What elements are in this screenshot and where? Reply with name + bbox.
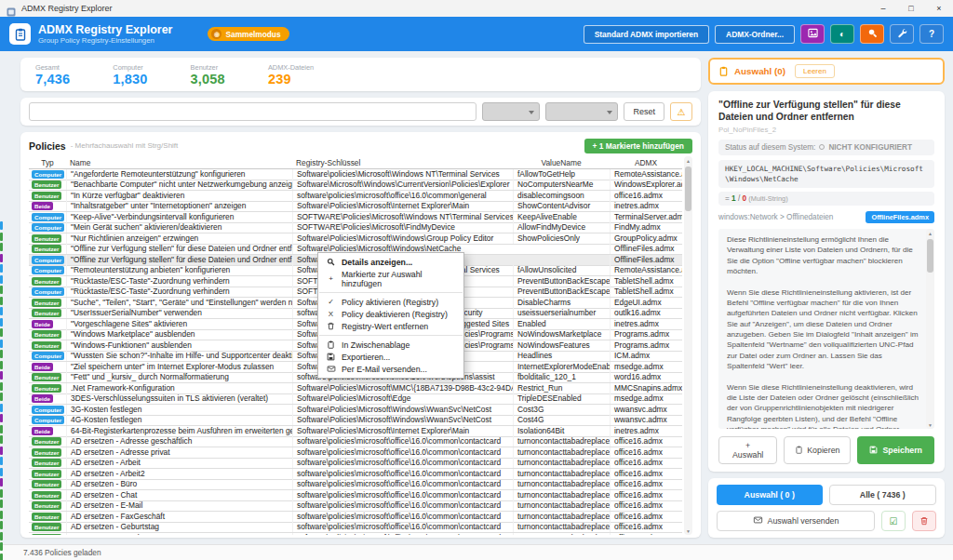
row-status-indicator [0,425,3,433]
window-title: ADMX Registry Explorer [21,4,113,13]
save-button[interactable]: Speichern [857,436,934,464]
search-input[interactable] [29,102,476,121]
reset-button[interactable]: Reset [624,102,664,121]
table-row[interactable]: BenutzerAD ersetzen - Adresse privatsoft… [29,447,682,459]
import-standard-admx-button[interactable]: Standard ADMX importieren [584,25,709,44]
cell-value: turnoncontacttabadreplace [513,447,610,458]
table-row[interactable]: BenutzerAD ersetzen - Chatsoftware\polic… [29,490,682,501]
filter-select-1[interactable] [482,102,540,121]
policy-title: "Offline zur Verfügung stellen" für dies… [718,100,934,124]
maximize-button[interactable]: □ [897,0,925,17]
column-header-valuename[interactable]: ValueName [513,158,610,167]
delete-selection-button[interactable] [912,511,936,531]
cell-name: 3DES-Verschlüsselungssuiten in TLS aktiv… [66,393,292,404]
cell-name: "Mein Gerät suchen" aktivieren/deaktivie… [66,222,292,233]
search-tool-button[interactable] [860,24,884,44]
description-scrollbar[interactable]: ▲ ▼ [926,229,934,429]
screenshot-button[interactable] [800,24,825,44]
cell-name: "Fett" und _kursiv_ durch Normalformatie… [66,372,292,382]
table-row[interactable]: Computer"Angeforderte Remoteunterstützun… [29,169,682,180]
scrollbar-track[interactable] [926,237,934,420]
table-row[interactable]: BenutzerAD ersetzen - Adresse geschäftli… [29,437,682,448]
table-scrollbar[interactable]: ▲ ▼ [684,156,692,535]
tools-button[interactable] [890,24,914,44]
menu-item[interactable]: +Markierte zur Auswahl hinzufügen [318,268,463,289]
table-row[interactable]: Benutzer.Net Framework-KonfigurationSoft… [29,383,682,394]
clear-selection-button[interactable]: Leeren [795,64,835,78]
tab-all[interactable]: Alle ( 7436 ) [829,485,937,505]
table-row[interactable]: BenutzerAD ersetzen - Arbeitsoftware\pol… [29,459,682,470]
admx-folder-button[interactable]: ADMX-Ordner... [715,25,795,44]
enabled-value: 1 [732,194,736,203]
app-logo-clipboard-icon [9,23,31,45]
add-marked-button[interactable]: + 1 Markierte hinzufügen [584,139,692,153]
cell-value: NoComputersNearMe [513,180,610,190]
policy-id: Pol_NoPinFiles_2 [718,126,934,134]
cell-typ: Benutzer [29,330,66,339]
menu-item[interactable]: ✓Policy aktivieren (Registry) [318,296,463,308]
row-status-indicator [0,414,3,422]
menu-item[interactable]: Details anzeigen... [318,256,463,268]
type-badge: Benutzer [32,491,61,500]
table-row[interactable]: Beide3DES-Verschlüsselungssuiten in TLS … [29,394,682,406]
menu-item[interactable]: Per E-Mail versenden... [318,363,463,375]
cell-typ: Computer [29,406,66,414]
admx-file-badge[interactable]: OfflineFiles.admx [866,211,934,223]
wrench-icon [897,28,907,40]
minimize-button[interactable]: – [869,0,897,17]
table-row[interactable]: Benutzer"Nur Richtlinien anzeigen" erzwi… [29,233,682,245]
scrollbar-track[interactable] [684,165,692,527]
column-header-name[interactable]: Name [66,158,292,167]
add-to-selection-button[interactable]: + Auswahl [718,436,777,464]
table-row[interactable]: BenutzerAD ersetzen - Bürosoftware\polic… [29,480,682,491]
scroll-up-icon[interactable]: ▲ [926,229,934,237]
table-header-row: Typ Name Registry-Schlüssel ValueName AD… [29,156,682,169]
scroll-down-icon[interactable]: ▼ [684,527,692,535]
warning-button[interactable]: ⚠ [670,102,692,121]
type-badge: Benutzer [32,192,61,200]
help-button[interactable]: ? [919,24,944,44]
cell-key: software\policies\microsoft\office\16.0\… [292,479,513,489]
close-button[interactable]: × [925,0,953,17]
scrollbar-thumb[interactable] [685,167,691,211]
menu-item[interactable]: Exportieren... [318,351,463,363]
table-row[interactable]: Computer"Keep-Alive"-Verbindungsinterval… [29,212,682,223]
menu-item[interactable]: In Zwischenablage [318,339,463,351]
menu-item[interactable]: Registry-Wert entfernen [318,320,463,332]
table-row[interactable]: Computer3G-Kosten festlegenSoftware\Poli… [29,405,682,416]
table-row[interactable]: BenutzerAD ersetzen - FaxGeschäftsoftwar… [29,512,682,523]
table-row[interactable]: BenutzerAD ersetzen - Handysoftware\poli… [29,533,682,535]
confirm-button[interactable]: ☑ [881,511,906,531]
copy-button[interactable]: Kopieren [784,436,851,464]
row-status-indicator [0,371,3,380]
table-row[interactable]: BenutzerAD ersetzen - E-Mailsoftware\pol… [29,501,682,513]
sammelmodus-badge[interactable]: ◉ Sammelmodus [208,27,289,41]
tab-selection[interactable]: Auswahl ( 0 ) [717,485,823,505]
row-status-indicator [0,468,3,476]
cell-value: Restrict_Run [513,383,610,393]
table-row[interactable]: BenutzerAD ersetzen - Geburtstagsoftware… [29,523,682,534]
cell-key: software\policies\microsoft\office\16.0\… [292,191,513,201]
table-row[interactable]: Beide"Inhaltsratgeber" unter "Internetop… [29,202,682,213]
table-row[interactable]: Computer"Mein Gerät suchen" aktivieren/d… [29,223,682,234]
column-header-registry[interactable]: Registry-Schlüssel [292,158,513,167]
filter-select-2[interactable] [545,102,618,121]
table-row[interactable]: Computer4G-Kosten festlegenSoftware\Poli… [29,416,682,427]
table-row[interactable]: Beide64-Bit-Registerkartenprozesse beim … [29,426,682,437]
type-badge: Computer [32,256,64,264]
column-header-typ[interactable]: Typ [29,158,66,167]
column-header-admx[interactable]: ADMX [610,158,682,167]
scroll-up-icon[interactable]: ▲ [684,156,692,165]
type-badge: Beide [32,202,53,210]
table-row[interactable]: Benutzer"Benachbarte Computer" nicht unt… [29,180,682,192]
table-row[interactable]: BenutzerAD ersetzen - Arbeit2software\po… [29,469,682,480]
send-selection-button[interactable]: Auswahl versenden [717,511,875,531]
theme-toggle-button[interactable]: ◐ [830,24,854,44]
table-row[interactable]: Benutzer"In Kürze verfügbar" deaktiviere… [29,191,682,202]
cell-value: turnoncontacttabadreplace [513,500,610,511]
menu-item[interactable]: XPolicy deaktivieren (Registry) [318,308,463,320]
scroll-down-icon[interactable]: ▼ [926,420,934,429]
cell-admx: GroupPolicy.admx [610,233,682,244]
scrollbar-thumb[interactable] [927,239,933,273]
cell-name: "Inhaltsratgeber" unter "Internetoptione… [66,201,292,211]
